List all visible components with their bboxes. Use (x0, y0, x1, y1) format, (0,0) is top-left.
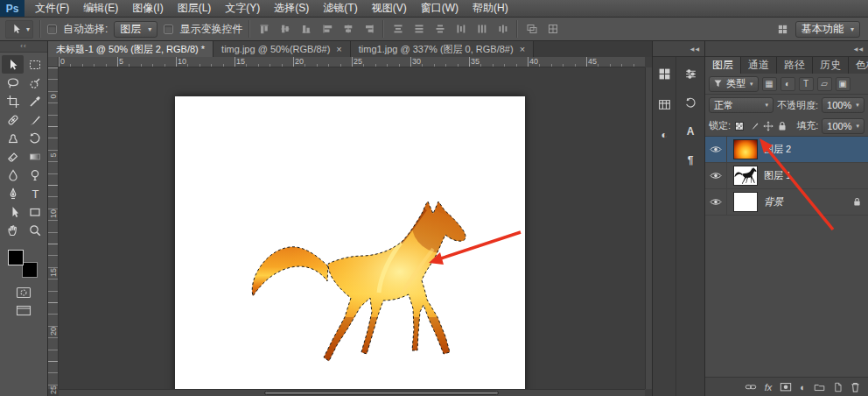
distribute-bottom-edges-icon[interactable] (432, 22, 447, 37)
new-group-icon[interactable] (814, 382, 825, 392)
lock-all-icon[interactable] (777, 119, 788, 132)
layer-visibility-toggle[interactable] (705, 163, 727, 188)
dock-collapse-bar[interactable]: ◀◀ (653, 41, 704, 57)
document-tab-timg1[interactable]: timg1.jpg @ 337% (图层 0, RGB/8#) × (351, 41, 534, 57)
hand-tool[interactable] (2, 221, 24, 239)
align-horizontal-centers-icon[interactable] (340, 22, 355, 37)
link-layers-icon[interactable] (745, 382, 757, 392)
new-layer-icon[interactable] (833, 382, 843, 392)
background-color-swatch[interactable] (22, 262, 38, 278)
menu-type[interactable]: 文字(Y) (218, 0, 267, 17)
blend-mode-dropdown[interactable]: 正常 ▾ (709, 97, 774, 113)
lock-transparent-pixels-icon[interactable] (734, 119, 745, 132)
clone-stamp-tool[interactable] (2, 129, 24, 147)
canvas[interactable] (175, 96, 525, 396)
adjustment-layer-filter-icon[interactable]: ◐ (780, 77, 795, 91)
auto-select-target-dropdown[interactable]: 图层 ▾ (114, 21, 158, 38)
tool-preset-dropdown[interactable]: ▾ (5, 20, 33, 39)
lasso-tool[interactable] (2, 74, 24, 92)
tools-panel-collapse-bar[interactable]: ‹‹ (0, 41, 47, 53)
layer-row-layer2[interactable]: 图层 2 (705, 137, 868, 163)
align-vertical-centers-icon[interactable] (277, 22, 292, 37)
vertical-scrollbar[interactable] (645, 67, 652, 389)
tab-close-icon[interactable]: × (520, 44, 525, 54)
eraser-tool[interactable] (2, 147, 24, 166)
quick-mask-button[interactable] (16, 286, 32, 299)
workspace-switcher-dropdown[interactable]: 基本功能 ▾ (795, 21, 860, 38)
crop-tool[interactable] (2, 92, 24, 110)
shape-layer-filter-icon[interactable]: ▱ (817, 77, 832, 91)
fill-dropdown[interactable]: 100% ▾ (822, 118, 864, 134)
align-left-edges-icon[interactable] (319, 22, 334, 37)
show-transform-checkbox[interactable] (164, 25, 173, 34)
move-tool[interactable] (2, 55, 24, 74)
panel-history-icon[interactable] (682, 95, 698, 110)
opacity-dropdown[interactable]: 100% ▾ (822, 97, 864, 113)
layer-name[interactable]: 背景 (764, 195, 853, 209)
layer-filter-type-dropdown[interactable]: 类型 ▾ (709, 76, 759, 92)
tab-channels[interactable]: 通道 (741, 57, 777, 74)
brush-tool[interactable] (24, 110, 46, 129)
ruler-origin-corner[interactable] (48, 57, 59, 67)
tab-close-icon[interactable]: × (336, 44, 341, 54)
menu-help[interactable]: 帮助(H) (466, 0, 515, 17)
lock-position-icon[interactable] (763, 119, 774, 132)
panel-color-icon[interactable] (656, 66, 672, 81)
options-extra-icon[interactable] (545, 22, 560, 37)
distribute-right-edges-icon[interactable] (495, 22, 510, 37)
auto-select-checkbox[interactable] (47, 25, 57, 34)
layer-thumbnail-white[interactable] (733, 192, 758, 212)
layer-name[interactable]: 图层 1 (764, 169, 868, 182)
horizontal-type-tool[interactable]: T (24, 184, 46, 202)
horizontal-scrollbar[interactable] (59, 389, 645, 396)
panel-paragraph-icon[interactable]: ¶ (682, 152, 698, 168)
panel-swatches-icon[interactable] (656, 96, 672, 112)
menu-select[interactable]: 选择(S) (267, 0, 316, 17)
layer-visibility-toggle[interactable] (705, 189, 727, 215)
menu-image[interactable]: 图像(I) (125, 0, 170, 17)
screen-mode-button[interactable] (16, 305, 32, 316)
layer-row-background[interactable]: 背景 (705, 189, 868, 216)
layer-thumbnail-fire[interactable] (733, 139, 758, 159)
menu-edit[interactable]: 编辑(E) (76, 0, 125, 17)
distribute-horizontal-centers-icon[interactable] (474, 22, 489, 37)
horizontal-scrollbar-thumb[interactable] (264, 391, 499, 395)
layer-row-layer1[interactable]: 图层 1 (705, 163, 868, 189)
add-layer-mask-icon[interactable] (780, 382, 792, 392)
menu-file[interactable]: 文件(F) (28, 0, 76, 17)
history-brush-tool[interactable] (24, 129, 46, 147)
tab-layers[interactable]: 图层 (705, 57, 741, 74)
auto-align-layers-icon[interactable] (524, 22, 539, 37)
align-right-edges-icon[interactable] (361, 22, 376, 37)
lock-image-pixels-icon[interactable] (748, 119, 759, 132)
align-bottom-edges-icon[interactable] (298, 22, 313, 37)
quick-selection-tool[interactable] (24, 74, 46, 92)
path-selection-tool[interactable] (2, 202, 24, 221)
menu-window[interactable]: 窗口(W) (414, 0, 466, 17)
smart-object-filter-icon[interactable]: ▣ (836, 77, 850, 91)
zoom-tool[interactable] (24, 221, 46, 239)
layer-name[interactable]: 图层 2 (764, 143, 868, 156)
blur-tool[interactable] (2, 166, 24, 184)
distribute-vertical-centers-icon[interactable] (411, 22, 426, 37)
tab-history[interactable]: 历史 (813, 57, 849, 74)
layer-style-fx-icon[interactable]: fx (765, 382, 773, 392)
rectangle-shape-tool[interactable] (24, 202, 46, 221)
distribute-top-edges-icon[interactable] (390, 22, 405, 37)
panel-adjustments-icon[interactable]: ◐ (656, 127, 672, 143)
workspace-grid-icon[interactable] (775, 22, 790, 37)
document-tab-timg[interactable]: timg.jpg @ 50%(RGB/8#) × (214, 41, 351, 57)
menu-view[interactable]: 视图(V) (365, 0, 414, 17)
rectangular-marquee-tool[interactable] (24, 55, 46, 74)
panel-properties-icon[interactable] (682, 66, 698, 81)
distribute-left-edges-icon[interactable] (453, 22, 468, 37)
horizontal-ruler[interactable]: 0 5 10 15 20 25 30 35 40 45 (59, 57, 645, 67)
menu-filter[interactable]: 滤镜(T) (316, 0, 364, 17)
gradient-tool[interactable] (24, 147, 46, 166)
tab-paths[interactable]: 路径 (777, 57, 813, 74)
vertical-ruler[interactable]: 0 5 10 15 20 25 (48, 67, 59, 389)
eyedropper-tool[interactable] (24, 92, 46, 110)
layer-thumbnail-horse[interactable] (733, 166, 758, 186)
layer-visibility-toggle[interactable] (705, 137, 727, 162)
document-tab-untitled1[interactable]: 未标题-1 @ 50% (图层 2, RGB/8) * (48, 41, 214, 57)
